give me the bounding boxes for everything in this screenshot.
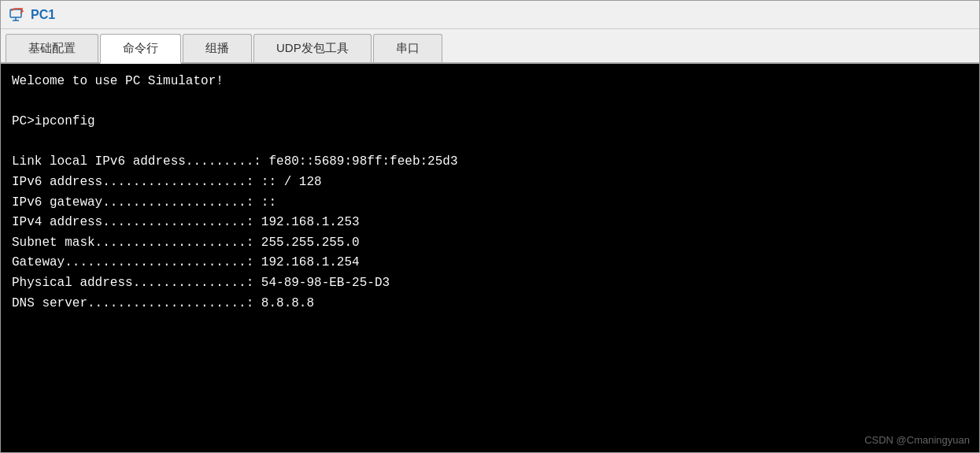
terminal-line-4: Link local IPv6 address.........: fe80::… bbox=[12, 152, 968, 173]
tab-udp-tool[interactable]: UDP发包工具 bbox=[253, 34, 372, 62]
terminal-line-10: Physical address...............: 54-89-9… bbox=[12, 273, 968, 294]
terminal-line-8: Subnet mask....................: 255.255… bbox=[12, 233, 968, 254]
title-bar: PC1 bbox=[1, 1, 979, 29]
terminal-line-9: Gateway........................: 192.168… bbox=[12, 253, 968, 273]
terminal-line-0: Welcome to use PC Simulator! bbox=[12, 72, 968, 92]
tab-basic-config[interactable]: 基础配置 bbox=[6, 34, 98, 62]
terminal-line-5: IPv6 address...................: :: / 12… bbox=[12, 173, 968, 193]
watermark: CSDN @Cmaningyuan bbox=[864, 434, 970, 446]
tab-command-line[interactable]: 命令行 bbox=[100, 34, 181, 64]
terminal-line-1 bbox=[12, 92, 968, 113]
tab-serial[interactable]: 串口 bbox=[373, 34, 442, 62]
terminal-line-2: PC>ipconfig bbox=[12, 112, 968, 132]
tab-multicast[interactable]: 组播 bbox=[183, 34, 252, 62]
terminal-line-3 bbox=[12, 132, 968, 153]
tab-bar: 基础配置 命令行 组播 UDP发包工具 串口 bbox=[1, 29, 979, 64]
terminal-line-7: IPv4 address...................: 192.168… bbox=[12, 213, 968, 233]
terminal-area[interactable]: Welcome to use PC Simulator! PC>ipconfig… bbox=[1, 64, 979, 452]
terminal-line-11: DNS server.....................: 8.8.8.8 bbox=[12, 294, 968, 314]
main-window: PC1 基础配置 命令行 组播 UDP发包工具 串口 Welcome to us… bbox=[0, 0, 980, 453]
window-title: PC1 bbox=[31, 8, 55, 22]
terminal-line-6: IPv6 gateway...................: :: bbox=[12, 193, 968, 214]
window-icon bbox=[9, 7, 24, 23]
